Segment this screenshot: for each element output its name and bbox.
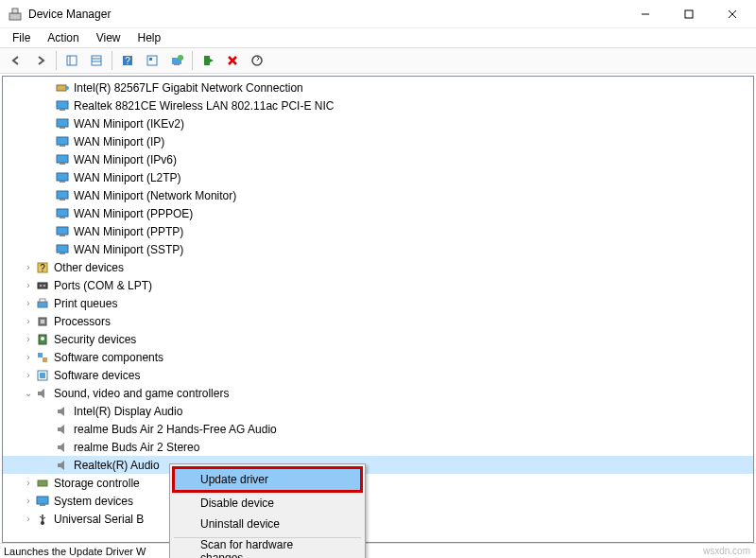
svg-rect-29 <box>60 145 65 147</box>
ctx-scan-hardware[interactable]: Scan for hardware changes <box>172 541 363 558</box>
device-item[interactable]: WAN Miniport (PPPOE) <box>3 204 753 222</box>
help-button[interactable]: ? <box>116 50 139 71</box>
chevron-right-icon[interactable]: › <box>22 316 35 326</box>
close-button[interactable] <box>711 0 754 28</box>
forward-button[interactable] <box>29 50 52 71</box>
device-tree[interactable]: Intel(R) 82567LF Gigabit Network Connect… <box>2 76 754 543</box>
device-item[interactable]: WAN Miniport (IKEv2) <box>3 114 753 132</box>
enable-button[interactable] <box>197 50 219 71</box>
chevron-down-icon[interactable]: ⌄ <box>22 388 35 398</box>
svg-rect-47 <box>38 302 47 307</box>
svg-rect-31 <box>60 163 65 165</box>
computer-icon <box>35 494 50 509</box>
device-item-selected[interactable]: Realtek(R) Audio <box>3 456 753 474</box>
svg-rect-44 <box>38 283 47 288</box>
device-label: WAN Miniport (Network Monitor) <box>74 189 236 202</box>
category-label: Storage controlle <box>54 477 140 490</box>
category-security-devices[interactable]: ›Security devices <box>3 330 753 348</box>
chevron-right-icon[interactable]: › <box>22 262 35 272</box>
minimize-button[interactable] <box>624 0 667 28</box>
back-button[interactable] <box>5 50 27 71</box>
menu-file[interactable]: File <box>5 29 38 46</box>
device-item[interactable]: realme Buds Air 2 Hands-Free AG Audio <box>3 420 753 438</box>
device-item[interactable]: WAN Miniport (PPTP) <box>3 222 753 240</box>
device-label: realme Buds Air 2 Hands-Free AG Audio <box>74 423 277 436</box>
category-print-queues[interactable]: ›Print queues <box>3 294 753 312</box>
svg-rect-33 <box>60 181 65 183</box>
category-label: Security devices <box>54 333 136 346</box>
device-label: WAN Miniport (PPPOE) <box>74 207 193 220</box>
svg-rect-59 <box>40 504 45 506</box>
speaker-icon <box>55 404 70 419</box>
ctx-disable-device[interactable]: Disable device <box>172 493 363 514</box>
update-driver-button[interactable] <box>165 50 188 71</box>
speaker-icon <box>55 440 70 455</box>
device-item[interactable]: Intel(R) 82567LF Gigabit Network Connect… <box>3 78 753 96</box>
category-label: Other devices <box>54 261 124 274</box>
chevron-right-icon[interactable]: › <box>22 478 35 488</box>
usb-icon <box>35 512 50 527</box>
device-item[interactable]: WAN Miniport (SSTP) <box>3 240 753 258</box>
svg-rect-8 <box>92 56 101 65</box>
category-software-components[interactable]: ›Software components <box>3 348 753 366</box>
category-system-devices[interactable]: ›System devices <box>3 492 753 510</box>
device-item[interactable]: WAN Miniport (IP) <box>3 132 753 150</box>
device-label: Realtek(R) Audio <box>74 459 160 472</box>
category-software-devices[interactable]: ›Software devices <box>3 366 753 384</box>
svg-rect-37 <box>60 217 65 218</box>
cpu-icon <box>35 314 50 329</box>
storage-icon <box>35 476 50 491</box>
device-label: Realtek 8821CE Wireless LAN 802.11ac PCI… <box>74 99 334 113</box>
svg-text:?: ? <box>125 56 130 66</box>
ctx-update-driver[interactable]: Update driver <box>172 466 363 493</box>
chevron-right-icon[interactable]: › <box>22 334 35 344</box>
device-item[interactable]: WAN Miniport (Network Monitor) <box>3 186 753 204</box>
svg-text:?: ? <box>40 263 45 273</box>
category-storage[interactable]: ›Storage controlle <box>3 474 753 492</box>
svg-rect-54 <box>43 357 47 362</box>
category-ports[interactable]: ›Ports (COM & LPT) <box>3 276 753 294</box>
svg-point-52 <box>41 337 44 340</box>
svg-rect-27 <box>60 127 65 129</box>
category-usb[interactable]: ›Universal Serial B <box>3 510 753 528</box>
device-item[interactable]: WAN Miniport (L2TP) <box>3 168 753 186</box>
device-item[interactable]: Intel(R) Display Audio <box>3 402 753 420</box>
show-hide-tree-button[interactable] <box>60 50 83 71</box>
chevron-right-icon[interactable]: › <box>22 298 35 308</box>
device-label: Intel(R) 82567LF Gigabit Network Connect… <box>74 81 303 95</box>
ctx-uninstall-device[interactable]: Uninstall device <box>172 514 363 534</box>
category-label: Print queues <box>54 297 117 310</box>
properties-button[interactable] <box>85 50 108 71</box>
chevron-right-icon[interactable]: › <box>22 280 35 290</box>
scan-hardware-button[interactable] <box>246 50 268 71</box>
menu-action[interactable]: Action <box>40 29 86 46</box>
toolbar-separator <box>192 51 193 70</box>
action-button[interactable] <box>141 50 163 71</box>
device-item[interactable]: realme Buds Air 2 Stereo <box>3 438 753 456</box>
svg-rect-30 <box>57 155 68 163</box>
monitor-icon <box>55 242 70 257</box>
category-sound[interactable]: ⌄Sound, video and game controllers <box>3 384 753 402</box>
context-menu: Update driver Disable device Uninstall d… <box>169 463 366 558</box>
chevron-right-icon[interactable]: › <box>22 514 35 524</box>
device-label: realme Buds Air 2 Stereo <box>74 441 199 454</box>
toolbar-separator <box>112 51 112 70</box>
category-label: Software components <box>54 351 163 364</box>
speaker-icon <box>55 422 70 437</box>
menu-view[interactable]: View <box>89 29 129 46</box>
category-other-devices[interactable]: ›?Other devices <box>3 258 753 276</box>
chevron-right-icon[interactable]: › <box>22 352 35 362</box>
device-item[interactable]: Realtek 8821CE Wireless LAN 802.11ac PCI… <box>3 96 753 114</box>
monitor-icon <box>55 116 70 131</box>
svg-rect-58 <box>37 497 48 504</box>
category-processors[interactable]: ›Processors <box>3 312 753 330</box>
chevron-right-icon[interactable]: › <box>22 370 35 380</box>
category-label: Processors <box>54 315 111 328</box>
category-label: Ports (COM & LPT) <box>54 279 152 292</box>
device-item[interactable]: WAN Miniport (IPv6) <box>3 150 753 168</box>
maximize-button[interactable] <box>667 0 711 28</box>
category-label: Universal Serial B <box>54 513 144 526</box>
menu-help[interactable]: Help <box>130 29 169 46</box>
uninstall-button[interactable] <box>221 50 244 71</box>
chevron-right-icon[interactable]: › <box>22 496 35 506</box>
